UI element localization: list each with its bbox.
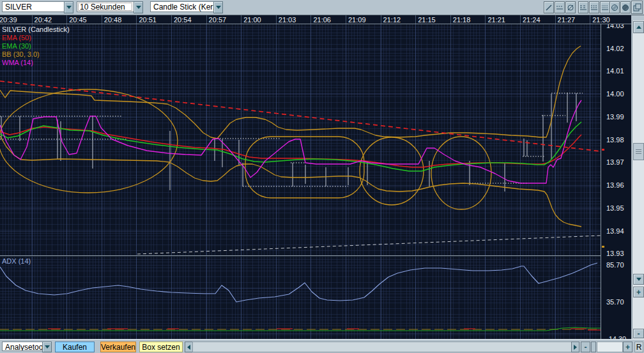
circle-fill-light-button[interactable] xyxy=(610,1,620,13)
time-tick-label: 20:57 xyxy=(209,16,227,24)
ema50-line xyxy=(0,127,581,167)
line-tool-button[interactable] xyxy=(544,1,554,13)
time-tick xyxy=(32,15,33,24)
symbol-select[interactable]: SILVER xyxy=(2,1,73,13)
hzoom-in-button[interactable]: + xyxy=(623,342,632,352)
time-tick-label: 20:48 xyxy=(104,16,122,24)
zoom-out-button[interactable]: - xyxy=(633,329,644,338)
price-axis-label: 13.96 xyxy=(606,181,624,189)
dashed-line-icon xyxy=(556,4,564,11)
symbol-dropdown-arrow[interactable] xyxy=(64,1,73,13)
adx-plot[interactable] xyxy=(0,257,601,339)
time-tick-label: 21:18 xyxy=(453,16,471,24)
cascade-windows-button[interactable] xyxy=(631,1,643,14)
dash-style-group xyxy=(578,1,610,13)
main-chart-pane[interactable]: SILVER (Candlestick)EMA (50)EMA (30)BB (… xyxy=(0,24,601,255)
dashed-line-tool-button[interactable] xyxy=(555,1,565,13)
reset-button[interactable]: R xyxy=(634,342,643,352)
time-tick xyxy=(102,15,102,24)
arrow-down-icon xyxy=(636,278,641,281)
draw-tools-group xyxy=(544,1,576,13)
chart-type-dropdown-arrow[interactable] xyxy=(213,1,223,13)
time-tick xyxy=(590,15,590,24)
ellipse-annotation xyxy=(0,89,178,193)
vertical-scrollbar[interactable]: + - xyxy=(632,20,644,339)
legend-item: SILVER (Candlestick) xyxy=(2,26,70,34)
time-tick xyxy=(66,15,67,24)
bottom-toolbar: Analysetool Kaufen Verkaufen Box setzen … xyxy=(0,339,644,353)
analyse-dropdown-arrow[interactable] xyxy=(42,342,52,352)
verkaufen-button[interactable]: Verkaufen xyxy=(100,342,136,352)
cascade-windows-icon xyxy=(633,3,641,11)
time-tick-label: 20:39 xyxy=(0,16,17,24)
analyse-tool-select[interactable]: Analysetool xyxy=(2,342,52,353)
adx-axis-label: 35.70 xyxy=(606,298,624,306)
price-axis-label: 13.93 xyxy=(606,250,624,257)
chart-legend: SILVER (Candlestick)EMA (50)EMA (30)BB (… xyxy=(2,26,70,67)
time-tick-label: 21:21 xyxy=(487,16,505,24)
interval-select[interactable]: 10 Sekunden xyxy=(77,1,143,13)
price-axis-label: 14.00 xyxy=(606,90,624,98)
time-tick xyxy=(136,15,137,24)
main-chart-plot[interactable] xyxy=(0,24,601,255)
legend-item: WMA (14) xyxy=(2,59,70,67)
time-tick-label: 21:00 xyxy=(243,16,261,24)
circle-fill-dark-button[interactable] xyxy=(620,1,631,13)
symbol-select-value[interactable]: SILVER xyxy=(2,1,64,12)
time-tick xyxy=(310,15,311,24)
analyse-tool-value[interactable]: Analysetool xyxy=(2,342,42,351)
chevron-down-icon xyxy=(136,6,141,9)
price-axis-label: 13.98 xyxy=(606,136,624,144)
adx-axis-label: 85.70 xyxy=(606,261,624,269)
box-setzen-button[interactable]: Box setzen xyxy=(139,342,183,352)
dash-style-medium-button[interactable] xyxy=(589,1,599,13)
ellipse-annotation xyxy=(245,137,364,198)
line-icon xyxy=(545,4,553,11)
price-axis-label: 13.95 xyxy=(606,204,624,212)
time-tick-label: 21:03 xyxy=(279,16,296,24)
adx-indicator-pane[interactable]: ADX (14) xyxy=(0,257,601,339)
vertical-scroll-thumb[interactable] xyxy=(633,143,644,160)
price-axis-label: 13.94 xyxy=(606,227,624,235)
fill-style-group xyxy=(610,1,631,13)
scroll-down-button[interactable] xyxy=(633,274,644,285)
top-toolbar: SILVER 10 Sekunden Candle Stick (Kerze xyxy=(0,0,644,15)
hzoom-slider-track[interactable] xyxy=(597,342,623,352)
arrow-right-icon xyxy=(574,345,577,350)
hzoom-out-button[interactable]: - xyxy=(581,342,590,352)
hscroll-right-button[interactable] xyxy=(571,342,579,352)
chevron-down-icon xyxy=(66,6,72,9)
time-tick-label: 21:30 xyxy=(592,16,610,24)
adx-label: ADX (14) xyxy=(2,257,31,265)
ellipse-tool-button[interactable] xyxy=(565,1,576,13)
time-tick xyxy=(346,15,346,24)
time-tick xyxy=(485,15,486,24)
interval-dropdown-arrow[interactable] xyxy=(134,1,143,13)
arrow-up-icon xyxy=(636,26,641,29)
time-tick xyxy=(381,15,381,24)
chart-type-select[interactable]: Candle Stick (Kerze xyxy=(150,1,223,13)
time-tick xyxy=(206,15,207,24)
time-tick-label: 21:12 xyxy=(383,16,401,24)
ema30-line xyxy=(0,122,581,171)
gray-dashed-trendline xyxy=(137,236,601,254)
hzoom-slider-thumb[interactable] xyxy=(591,342,596,352)
chart-type-select-value[interactable]: Candle Stick (Kerze xyxy=(150,1,213,12)
ellipse-annotation xyxy=(431,137,491,209)
price-marker-tick xyxy=(602,149,604,151)
horizontal-scrollbar-track[interactable] xyxy=(192,342,572,352)
legend-item: EMA (30) xyxy=(2,42,70,50)
time-tick xyxy=(415,15,416,24)
zoom-in-button[interactable]: + xyxy=(633,287,644,297)
time-tick-label: 21:27 xyxy=(558,16,576,24)
dash-dense-icon xyxy=(601,4,609,11)
interval-select-value[interactable]: 10 Sekunden xyxy=(77,1,134,12)
circle-dark-icon xyxy=(622,4,629,11)
circle-light-icon xyxy=(611,4,618,11)
time-tick xyxy=(520,15,521,24)
dash-style-dense-button[interactable] xyxy=(600,1,610,13)
scroll-up-button[interactable] xyxy=(633,21,644,33)
time-axis: 20:3920:4220:4520:4820:5120:5420:5721:00… xyxy=(0,15,631,24)
dash-style-sparse-button[interactable] xyxy=(578,1,588,13)
kaufen-button[interactable]: Kaufen xyxy=(55,342,95,352)
